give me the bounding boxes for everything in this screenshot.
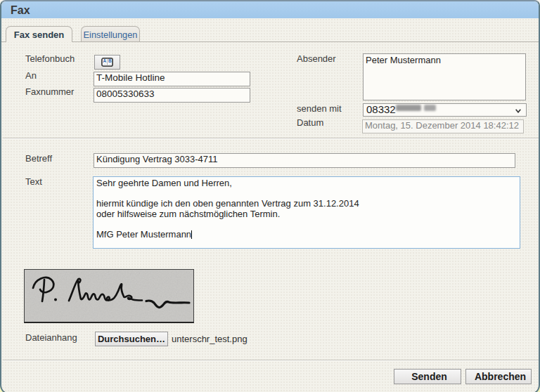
svg-text:B: B — [108, 58, 112, 63]
svg-text:A: A — [103, 58, 107, 63]
